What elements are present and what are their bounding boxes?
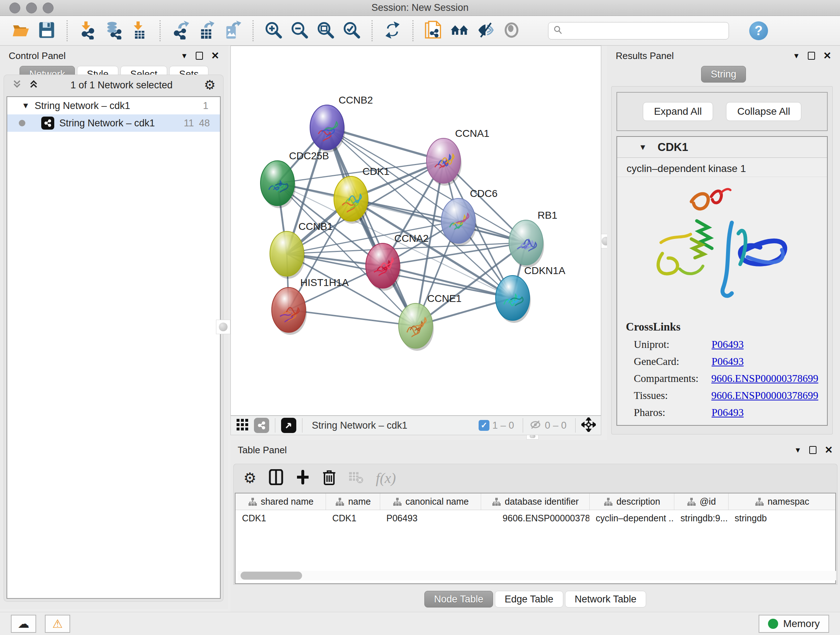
window-close-button[interactable] bbox=[9, 3, 20, 13]
table-options-gear-icon[interactable]: ⚙ bbox=[243, 470, 256, 486]
network-node-CCNE1[interactable]: CCNE1 bbox=[399, 293, 462, 351]
warnings-button[interactable]: ⚠ bbox=[45, 615, 70, 633]
table-cell[interactable]: CDK1 bbox=[235, 510, 325, 527]
network-edge-HIST1H1A-CCNE1[interactable] bbox=[289, 310, 416, 326]
collapse-all-networks-icon[interactable] bbox=[28, 79, 39, 92]
panel-close-icon[interactable]: ✕ bbox=[211, 50, 219, 62]
crosslink-link[interactable]: P06493 bbox=[712, 339, 744, 350]
tab-string[interactable]: String bbox=[701, 66, 746, 82]
panel-float-icon[interactable] bbox=[196, 52, 203, 60]
zoom-fit-button[interactable] bbox=[314, 19, 337, 42]
zoom-in-button[interactable] bbox=[262, 19, 285, 42]
string-import-button[interactable] bbox=[422, 19, 445, 42]
panel-float-icon[interactable] bbox=[808, 52, 815, 60]
open-session-button[interactable] bbox=[9, 19, 32, 42]
zoom-selected-button[interactable] bbox=[340, 19, 363, 42]
export-network-button[interactable] bbox=[169, 19, 192, 42]
import-network-database-button[interactable] bbox=[103, 19, 125, 42]
delete-column-trash-icon[interactable] bbox=[322, 469, 336, 486]
search-box[interactable] bbox=[548, 22, 729, 40]
window-minimize-button[interactable] bbox=[26, 3, 37, 13]
network-node-RB1[interactable]: RB1 bbox=[509, 210, 557, 268]
network-canvas[interactable]: CCNB2CCNA1CDC25BCDK1CDC6RB1CCNB1CCNA2CDK… bbox=[231, 46, 601, 416]
scrollbar-thumb[interactable] bbox=[240, 572, 302, 580]
import-table-file-button[interactable] bbox=[128, 19, 151, 42]
crosslink-link[interactable]: P06493 bbox=[712, 407, 744, 418]
network-edge-CCNB2-CCNE1[interactable] bbox=[327, 127, 416, 326]
network-node-CCNB1[interactable]: CCNB1 bbox=[270, 221, 333, 279]
fit-selected-crosshair-icon[interactable] bbox=[581, 417, 596, 433]
panel-collapse-icon[interactable]: ▼ bbox=[794, 446, 802, 454]
tab-edge-table[interactable]: Edge Table bbox=[495, 591, 563, 608]
column-header-id[interactable]: @id bbox=[674, 494, 728, 510]
string-show-hide-button[interactable] bbox=[474, 19, 497, 42]
panel-collapse-icon[interactable]: ▼ bbox=[181, 52, 188, 60]
save-session-button[interactable] bbox=[35, 19, 58, 42]
memory-button[interactable]: Memory bbox=[759, 615, 829, 633]
collapse-all-button[interactable]: Collapse All bbox=[726, 102, 801, 121]
table-tabs: Node TableEdge TableNetwork Table bbox=[231, 591, 840, 608]
column-header-shared-name[interactable]: shared name bbox=[235, 494, 325, 510]
gene-collapse-icon[interactable]: ▼ bbox=[639, 143, 647, 152]
import-network-file-button[interactable] bbox=[76, 19, 99, 42]
network-node-CCNA2[interactable]: CCNA2 bbox=[366, 233, 429, 291]
crosslink-row: Pharos:P06493 bbox=[634, 407, 818, 418]
add-column-icon[interactable] bbox=[295, 469, 310, 486]
crosslink-link[interactable]: 9606.ENSP00000378699 bbox=[711, 390, 818, 402]
export-image-button[interactable] bbox=[221, 19, 244, 42]
tab-node-table[interactable]: Node Table bbox=[424, 591, 493, 608]
zoom-out-button[interactable] bbox=[288, 19, 311, 42]
column-header-canonical-name[interactable]: canonical name bbox=[380, 494, 481, 510]
open-in-new-window-icon[interactable] bbox=[281, 418, 296, 433]
selected-items-checkbox-icon[interactable]: ✓ bbox=[478, 420, 489, 431]
window-zoom-button[interactable] bbox=[43, 3, 54, 13]
expand-all-button[interactable]: Expand All bbox=[643, 102, 713, 121]
crosslink-link[interactable]: P06493 bbox=[712, 356, 744, 367]
crosslink-link[interactable]: 9606.ENSP00000378699 bbox=[711, 372, 818, 385]
tab-network-table[interactable]: Network Table bbox=[565, 591, 646, 608]
cloud-status-button[interactable]: ☁ bbox=[11, 615, 36, 633]
column-label: canonical name bbox=[406, 496, 469, 507]
column-header-database-identifier[interactable]: database identifier bbox=[481, 494, 589, 510]
show-columns-icon[interactable] bbox=[269, 469, 283, 486]
left-splitter-handle[interactable] bbox=[216, 320, 231, 334]
birds-eye-grid-icon[interactable] bbox=[236, 418, 249, 432]
apply-layout-button[interactable] bbox=[381, 19, 404, 42]
table-cell[interactable]: CDK1 bbox=[325, 510, 380, 527]
network-row[interactable]: String Network – cdk1 11 48 bbox=[7, 114, 220, 132]
horizontal-scrollbar[interactable] bbox=[238, 571, 836, 580]
panel-close-icon[interactable]: ✕ bbox=[824, 444, 833, 456]
panel-collapse-icon[interactable]: ▼ bbox=[793, 52, 800, 60]
help-button[interactable]: ? bbox=[749, 21, 768, 40]
tree-expand-icon[interactable]: ▼ bbox=[22, 101, 30, 111]
import-table-icon bbox=[130, 21, 149, 41]
table-row[interactable]: CDK1CDK1P064939606.ENSP00000378699cyclin… bbox=[235, 510, 835, 527]
export-table-button[interactable] bbox=[195, 19, 218, 42]
table-cell[interactable]: 9606.ENSP00000378699 bbox=[481, 510, 589, 527]
network-node-CDKN1A[interactable]: CDKN1A bbox=[496, 265, 565, 323]
string-home-button[interactable] bbox=[448, 19, 471, 42]
table-cell[interactable]: stringdb bbox=[728, 510, 835, 527]
network-node-CDC25B[interactable]: CDC25B bbox=[261, 150, 329, 208]
network-node-HIST1H1A[interactable]: HIST1H1A bbox=[272, 277, 349, 335]
hidden-items-eye-icon[interactable] bbox=[529, 418, 542, 432]
hide-panel-button[interactable] bbox=[500, 19, 523, 42]
expand-all-networks-icon[interactable] bbox=[11, 79, 22, 92]
control-panel: Control Panel ▼ ✕ NetworkStyleSelectSets… bbox=[0, 46, 228, 609]
search-input[interactable] bbox=[567, 25, 718, 36]
column-header-description[interactable]: description bbox=[589, 494, 674, 510]
network-collection-row[interactable]: ▼ String Network – cdk1 1 bbox=[7, 97, 220, 114]
network-node-CDC6[interactable]: CDC6 bbox=[441, 188, 497, 246]
network-node-CCNB2[interactable]: CCNB2 bbox=[310, 95, 373, 152]
column-header-namespac[interactable]: namespac bbox=[728, 494, 835, 510]
network-node-CCNA1[interactable]: CCNA1 bbox=[426, 128, 489, 186]
table-cell[interactable]: stringdb:9... bbox=[674, 510, 728, 527]
node-label-CDC25B: CDC25B bbox=[289, 150, 329, 162]
table-cell[interactable]: cyclin–dependent ... bbox=[589, 510, 674, 527]
column-header-name[interactable]: name bbox=[325, 494, 380, 510]
panel-close-icon[interactable]: ✕ bbox=[823, 50, 831, 62]
network-options-gear-icon[interactable]: ⚙ bbox=[204, 78, 216, 93]
panel-float-icon[interactable] bbox=[809, 446, 816, 454]
network-type-share-icon[interactable] bbox=[254, 418, 269, 433]
table-cell[interactable]: P06493 bbox=[380, 510, 481, 527]
